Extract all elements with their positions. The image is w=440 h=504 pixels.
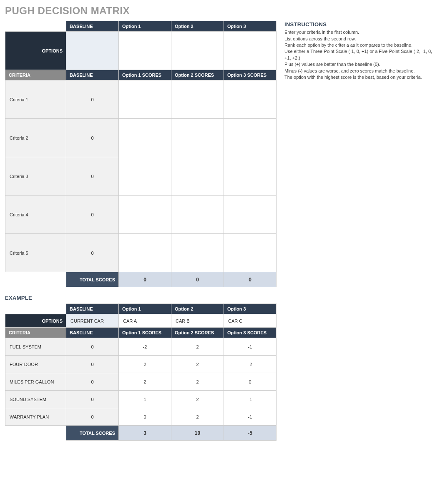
score-input[interactable]: [224, 119, 277, 157]
score-header-1: Option 1 SCORES: [119, 328, 171, 338]
instruction-line: Plus (+) values are better than the base…: [284, 61, 435, 68]
instruction-line: Use either a Three-Point Scale (-1, 0, +…: [284, 48, 435, 61]
baseline-subheader: BASELINE: [66, 70, 119, 80]
score-value: 2: [171, 373, 224, 391]
option-3-input[interactable]: [224, 32, 277, 70]
baseline-option-input[interactable]: [66, 32, 119, 70]
baseline-value: 0: [66, 234, 119, 272]
baseline-value: 0: [66, 408, 119, 426]
option-header-2: Option 2: [171, 304, 224, 314]
baseline-header: BASELINE: [66, 304, 119, 314]
score-value: 2: [171, 408, 224, 426]
score-input[interactable]: [119, 196, 171, 234]
instruction-line: Enter your criteria in the first column.: [284, 29, 435, 35]
instruction-line: The option with the highest score is the…: [284, 74, 435, 80]
total-option-1: 0: [119, 272, 171, 287]
option-1-value: CAR A: [119, 314, 171, 328]
total-option-2: 0: [171, 272, 224, 287]
score-header-2: Option 2 SCORES: [171, 328, 224, 338]
score-input[interactable]: [224, 80, 277, 119]
score-value: 1: [119, 391, 171, 408]
total-option-2: 10: [171, 426, 224, 441]
score-input[interactable]: [171, 157, 224, 196]
example-heading: EXAMPLE: [5, 295, 435, 301]
total-blank: [5, 272, 66, 287]
criteria-name[interactable]: Criteria 2: [5, 119, 66, 157]
baseline-value: 0: [66, 373, 119, 391]
score-value: 2: [119, 373, 171, 391]
corner-blank: [5, 21, 66, 32]
score-value: 2: [119, 356, 171, 373]
total-scores-label: TOTAL SCORES: [66, 426, 119, 441]
option-3-value: CAR C: [224, 314, 277, 328]
score-value: -1: [224, 408, 277, 426]
total-option-3: -5: [224, 426, 277, 441]
option-1-input[interactable]: [119, 32, 171, 70]
options-label: OPTIONS: [5, 314, 66, 328]
score-input[interactable]: [119, 119, 171, 157]
total-option-3: 0: [224, 272, 277, 287]
instruction-line: Rank each option by the criteria as it c…: [284, 42, 435, 48]
score-input[interactable]: [224, 157, 277, 196]
instructions-panel: INSTRUCTIONS Enter your criteria in the …: [284, 21, 435, 80]
criteria-name: WARRANTY PLAN: [5, 408, 66, 426]
score-header-2: Option 2 SCORES: [171, 70, 224, 80]
instruction-line: List options across the second row.: [284, 36, 435, 42]
criteria-row: FUEL SYSTEM 0 -2 2 -1: [5, 338, 277, 356]
criteria-row: Criteria 2 0: [5, 119, 277, 157]
score-value: 0: [224, 373, 277, 391]
option-2-input[interactable]: [171, 32, 224, 70]
total-blank: [5, 426, 66, 441]
score-header-3: Option 3 SCORES: [224, 328, 277, 338]
score-header-3: Option 3 SCORES: [224, 70, 277, 80]
criteria-row: WARRANTY PLAN 0 0 2 -1: [5, 408, 277, 426]
baseline-value: 0: [66, 119, 119, 157]
score-input[interactable]: [119, 157, 171, 196]
score-header-1: Option 1 SCORES: [119, 70, 171, 80]
criteria-row: Criteria 1 0: [5, 80, 277, 119]
option-header-1: Option 1: [119, 304, 171, 314]
baseline-option-value: CURRENT CAR: [66, 314, 119, 328]
criteria-name[interactable]: Criteria 3: [5, 157, 66, 196]
score-input[interactable]: [119, 234, 171, 272]
criteria-name: FUEL SYSTEM: [5, 338, 66, 356]
main-matrix: BASELINE Option 1 Option 2 Option 3 OPTI…: [5, 21, 276, 287]
option-2-value: CAR B: [171, 314, 224, 328]
baseline-value: 0: [66, 196, 119, 234]
score-value: -1: [224, 391, 277, 408]
score-value: 2: [171, 391, 224, 408]
criteria-row: FOUR-DOOR 0 2 2 -2: [5, 356, 277, 373]
criteria-row: Criteria 3 0: [5, 157, 277, 196]
baseline-value: 0: [66, 157, 119, 196]
score-input[interactable]: [119, 80, 171, 119]
score-value: -2: [119, 338, 171, 356]
instruction-line: Minus (-) values are worse, and zero sco…: [284, 68, 435, 74]
page-title: PUGH DECISION MATRIX: [5, 5, 435, 17]
option-header-1: Option 1: [119, 21, 171, 32]
score-input[interactable]: [224, 196, 277, 234]
score-input[interactable]: [171, 119, 224, 157]
score-input[interactable]: [171, 234, 224, 272]
criteria-name[interactable]: Criteria 1: [5, 80, 66, 119]
criteria-name[interactable]: Criteria 4: [5, 196, 66, 234]
score-input[interactable]: [171, 196, 224, 234]
baseline-header: BASELINE: [66, 21, 119, 32]
option-header-2: Option 2: [171, 21, 224, 32]
score-value: 2: [171, 356, 224, 373]
score-value: -2: [224, 356, 277, 373]
criteria-name: FOUR-DOOR: [5, 356, 66, 373]
criteria-name: MILES PER GALLON: [5, 373, 66, 391]
criteria-row: Criteria 5 0: [5, 234, 277, 272]
criteria-name[interactable]: Criteria 5: [5, 234, 66, 272]
baseline-value: 0: [66, 391, 119, 408]
score-value: -1: [224, 338, 277, 356]
baseline-subheader: BASELINE: [66, 328, 119, 338]
criteria-row: SOUND SYSTEM 0 1 2 -1: [5, 391, 277, 408]
score-input[interactable]: [171, 80, 224, 119]
score-input[interactable]: [224, 234, 277, 272]
baseline-value: 0: [66, 338, 119, 356]
option-header-3: Option 3: [224, 304, 277, 314]
example-matrix: BASELINE Option 1 Option 2 Option 3 OPTI…: [5, 303, 276, 441]
criteria-name: SOUND SYSTEM: [5, 391, 66, 408]
option-header-3: Option 3: [224, 21, 277, 32]
